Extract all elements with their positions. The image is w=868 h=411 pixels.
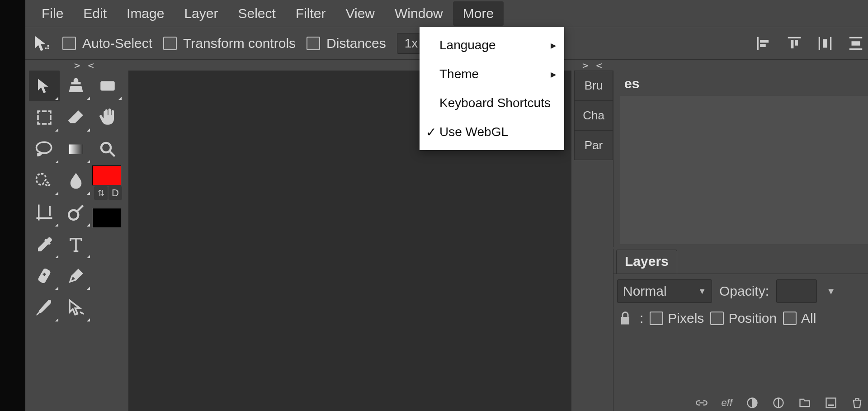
- lock-icon: [617, 310, 633, 326]
- tool-eyedropper[interactable]: [29, 229, 60, 260]
- distribute-v-icon[interactable]: [847, 35, 864, 52]
- menu-select[interactable]: Select: [228, 1, 285, 26]
- lock-all-label: All: [801, 311, 816, 326]
- tool-type[interactable]: [61, 229, 91, 260]
- dropdown-keyboard-shortcuts[interactable]: Keyboard Shortcuts: [420, 89, 564, 118]
- mini-tab-cha[interactable]: Cha: [574, 100, 613, 130]
- svg-rect-6: [819, 37, 820, 50]
- dropdown-theme[interactable]: Theme ▶: [420, 60, 564, 89]
- svg-rect-8: [823, 39, 827, 47]
- swatches-tab[interactable]: es: [616, 72, 647, 96]
- tool-dodge[interactable]: [61, 197, 91, 228]
- adjustment-layer-icon[interactable]: [772, 397, 785, 409]
- menu-image[interactable]: Image: [117, 1, 174, 26]
- foreground-color[interactable]: [92, 165, 121, 185]
- tool-heal[interactable]: [29, 260, 60, 291]
- tool-hand[interactable]: [92, 102, 123, 133]
- svg-rect-3: [788, 37, 801, 38]
- align-icons: [755, 35, 864, 52]
- layers-footer: eff: [613, 395, 868, 411]
- dropdown-use-webgl[interactable]: ✓ Use WebGL: [420, 118, 564, 146]
- blend-mode-value: Normal: [623, 283, 667, 299]
- collapse-right-handle[interactable]: > <: [582, 60, 603, 71]
- delete-layer-icon[interactable]: [851, 397, 863, 409]
- checkbox-icon: [783, 312, 797, 325]
- distribute-h-icon[interactable]: [816, 35, 834, 52]
- menu-window[interactable]: Window: [385, 1, 453, 26]
- tool-gradient[interactable]: [61, 134, 91, 165]
- lock-all-checkbox[interactable]: All: [783, 311, 816, 326]
- layer-effects-button[interactable]: eff: [722, 397, 732, 409]
- mini-tab-par[interactable]: Par: [574, 130, 613, 160]
- link-layers-icon[interactable]: [695, 397, 708, 409]
- dropdown-label: Keyboard Shortcuts: [439, 96, 551, 110]
- svg-rect-4: [791, 40, 793, 48]
- menu-file[interactable]: File: [32, 1, 73, 26]
- menu-filter[interactable]: Filter: [286, 1, 336, 26]
- tool-rectangle-shape[interactable]: [92, 71, 123, 101]
- lock-position-checkbox[interactable]: Position: [710, 311, 777, 326]
- align-left-icon[interactable]: [755, 35, 772, 52]
- svg-point-14: [101, 143, 111, 152]
- auto-select-label: Auto-Select: [82, 36, 152, 51]
- tool-move[interactable]: [29, 71, 60, 101]
- submenu-arrow-icon: ▶: [551, 70, 556, 79]
- tool-blur[interactable]: [61, 165, 91, 196]
- svg-rect-19: [826, 398, 836, 408]
- layer-mask-icon[interactable]: [746, 397, 759, 409]
- tool-pen[interactable]: [61, 260, 91, 291]
- mini-tab-bru[interactable]: Bru: [574, 71, 613, 100]
- transform-controls-checkbox[interactable]: Transform controls: [163, 36, 296, 51]
- menu-view[interactable]: View: [336, 1, 385, 26]
- submenu-arrow-icon: ▶: [551, 41, 556, 50]
- swatches-panel: es: [613, 71, 868, 247]
- lock-pixels-label: Pixels: [668, 311, 704, 326]
- tool-eraser[interactable]: [61, 102, 91, 133]
- svg-rect-9: [849, 37, 863, 38]
- distances-checkbox[interactable]: Distances: [307, 36, 386, 51]
- auto-select-checkbox[interactable]: Auto-Select: [62, 36, 152, 51]
- opacity-input[interactable]: [776, 279, 817, 303]
- new-layer-icon[interactable]: [825, 397, 837, 409]
- toolbox: ⇅ D: [29, 71, 127, 323]
- swatches-body[interactable]: [620, 96, 868, 244]
- menu-edit[interactable]: Edit: [73, 1, 117, 26]
- background-color[interactable]: [92, 208, 121, 228]
- lock-colon: :: [640, 311, 643, 326]
- tool-brush[interactable]: [29, 292, 60, 323]
- chevron-down-icon: ▼: [698, 287, 706, 296]
- dropdown-label: Use WebGL: [439, 125, 508, 139]
- tool-clone-stamp[interactable]: [61, 71, 91, 101]
- more-dropdown: Language ▶ Theme ▶ Keyboard Shortcuts ✓ …: [420, 27, 564, 150]
- tool-crop[interactable]: [29, 197, 60, 228]
- tool-quick-select[interactable]: [29, 165, 60, 196]
- opacity-caret[interactable]: ▼: [824, 279, 838, 303]
- svg-rect-5: [795, 40, 798, 46]
- svg-rect-2: [760, 44, 766, 47]
- collapse-left-handle[interactable]: > <: [74, 60, 95, 71]
- svg-rect-10: [849, 48, 863, 50]
- svg-rect-11: [852, 41, 860, 46]
- swap-colors-button[interactable]: ⇅: [94, 186, 108, 200]
- menubar: File Edit Image Layer Select Filter View…: [25, 0, 868, 27]
- tool-zoom[interactable]: [92, 134, 123, 165]
- color-swatches[interactable]: ⇅ D: [92, 165, 123, 228]
- right-panels: Bru Cha Par es Layers Normal ▼ Opacity: …: [574, 71, 868, 411]
- menu-more[interactable]: More: [453, 1, 504, 26]
- checkbox-icon: [307, 37, 320, 50]
- svg-rect-0: [757, 37, 759, 50]
- tool-rect-select[interactable]: [29, 102, 60, 133]
- layers-panel: Layers Normal ▼ Opacity: ▼ : Pixels: [613, 249, 868, 411]
- tool-lasso[interactable]: [29, 134, 60, 165]
- blend-mode-select[interactable]: Normal ▼: [617, 279, 712, 303]
- layers-tab[interactable]: Layers: [616, 250, 677, 274]
- lock-pixels-checkbox[interactable]: Pixels: [650, 311, 704, 326]
- tool-path-select[interactable]: [61, 292, 91, 323]
- menu-layer[interactable]: Layer: [174, 1, 228, 26]
- dropdown-language[interactable]: Language ▶: [420, 31, 564, 60]
- dropdown-label: Theme: [439, 67, 479, 81]
- checkmark-icon: ✓: [426, 125, 436, 140]
- default-colors-button[interactable]: D: [108, 186, 122, 200]
- align-top-icon[interactable]: [786, 35, 803, 52]
- new-folder-icon[interactable]: [798, 397, 811, 409]
